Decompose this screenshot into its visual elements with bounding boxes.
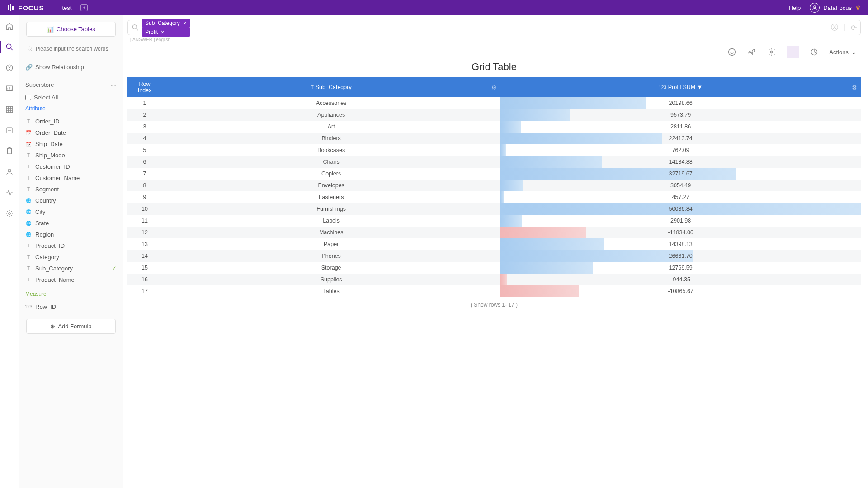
attr-product_id[interactable]: TProduct_ID xyxy=(24,240,118,251)
attr-order_id[interactable]: TOrder_ID xyxy=(24,116,118,127)
table-row[interactable]: 5Bookcases762.09 xyxy=(127,144,861,156)
table-row[interactable]: 8Envelopes3054.49 xyxy=(127,180,861,191)
module-icon[interactable] xyxy=(5,126,14,135)
chevron-down-icon: ⌄ xyxy=(851,49,856,56)
attr-customer_name[interactable]: TCustomer_Name xyxy=(24,172,118,184)
col-row-index[interactable]: Row Index xyxy=(127,77,162,97)
dashboard-icon[interactable] xyxy=(5,84,14,93)
table-row[interactable]: 17Tables-10865.67 xyxy=(127,285,861,297)
choose-tables-button[interactable]: 📊 Choose Tables xyxy=(26,22,116,37)
svg-point-12 xyxy=(8,169,11,172)
attr-order_date[interactable]: 📅Order_Date xyxy=(24,127,118,138)
cell-index: 7 xyxy=(127,168,162,180)
question-icon[interactable] xyxy=(5,63,14,72)
svg-point-17 xyxy=(771,51,773,53)
add-formula-button[interactable]: ⊕ Add Formula xyxy=(26,319,116,334)
user-icon[interactable] xyxy=(5,167,14,176)
table-row[interactable]: 10Furnishings50036.84 xyxy=(127,203,861,215)
datasource-header[interactable]: Superstore ︿ xyxy=(24,78,118,91)
crown-icon: ♛ xyxy=(855,5,861,11)
attr-category[interactable]: TCategory xyxy=(24,251,118,263)
table-row[interactable]: 1Accessories20198.66 xyxy=(127,97,861,109)
help-link[interactable]: Help xyxy=(788,5,801,11)
select-all-checkbox[interactable] xyxy=(25,95,31,100)
grid-view-icon[interactable] xyxy=(787,46,799,58)
settings-icon[interactable] xyxy=(767,47,777,57)
attr-ship_date[interactable]: 📅Ship_Date xyxy=(24,138,118,150)
main-area: Sub_Category✕Profit✕ ⓧ | ⟳ [ ANSWER ] en… xyxy=(123,15,868,488)
user-badge[interactable]: DataFocus ♛ xyxy=(810,3,861,13)
select-all-row[interactable]: Select All xyxy=(24,91,118,104)
cell-value: 32719.67 xyxy=(500,168,861,180)
query-bar[interactable]: Sub_Category✕Profit✕ ⓧ | ⟳ xyxy=(127,20,861,35)
show-relationship-toggle[interactable]: 🔗 Show Relationship xyxy=(24,61,118,73)
col-subcategory[interactable]: TSub_Category⚙ xyxy=(162,77,500,97)
table-row[interactable]: 14Phones26661.70 xyxy=(127,250,861,262)
table-row[interactable]: 3Art2811.86 xyxy=(127,121,861,133)
svg-point-3 xyxy=(814,6,816,8)
clipboard-icon[interactable] xyxy=(5,147,14,156)
remove-pill-icon[interactable]: ✕ xyxy=(160,29,165,35)
table-row[interactable]: 4Binders22413.74 xyxy=(127,133,861,144)
measure-section-label: Measure xyxy=(24,289,118,299)
table-row[interactable]: 11Labels2901.98 xyxy=(127,215,861,227)
query-pill-sub_category[interactable]: Sub_Category✕ xyxy=(142,19,190,28)
cell-index: 16 xyxy=(127,274,162,285)
actions-dropdown[interactable]: Actions ⌄ xyxy=(829,49,856,56)
logo-icon xyxy=(7,4,15,12)
attr-ship_mode[interactable]: TShip_Mode xyxy=(24,150,118,161)
cell-index: 8 xyxy=(127,180,162,191)
table-row[interactable]: 7Copiers32719.67 xyxy=(127,168,861,180)
remove-pill-icon[interactable]: ✕ xyxy=(183,20,187,26)
table-row[interactable]: 16Supplies-944.35 xyxy=(127,274,861,285)
column-gear-icon[interactable]: ⚙ xyxy=(491,84,497,91)
attr-product_name[interactable]: TProduct_Name xyxy=(24,274,118,285)
field-search[interactable] xyxy=(24,43,118,55)
cell-value: 50036.84 xyxy=(500,203,861,215)
gear-icon[interactable] xyxy=(5,209,14,218)
grid-icon[interactable] xyxy=(5,105,14,114)
chart-type-icon[interactable] xyxy=(809,47,819,57)
add-tab-button[interactable]: ＋ xyxy=(80,4,88,11)
grid-table-wrap: Row Index TSub_Category⚙ 123Profit SUM ▼… xyxy=(127,77,861,488)
cell-value: 26661.70 xyxy=(500,250,861,262)
attr-sub_category[interactable]: TSub_Category✓ xyxy=(24,263,118,274)
activity-icon[interactable] xyxy=(5,188,14,197)
clear-query-icon[interactable]: ⓧ xyxy=(831,23,838,33)
cell-value: 457.27 xyxy=(500,191,861,203)
cell-value: 14134.88 xyxy=(500,156,861,168)
cell-category: Bookcases xyxy=(162,144,500,156)
cell-value: 12769.59 xyxy=(500,262,861,274)
table-row[interactable]: 13Paper14398.13 xyxy=(127,238,861,250)
attr-country[interactable]: 🌐Country xyxy=(24,195,118,206)
home-icon[interactable] xyxy=(5,22,14,31)
search-icon[interactable] xyxy=(5,43,14,52)
cell-value: -11834.06 xyxy=(500,227,861,238)
measure-row_id[interactable]: 123Row_ID xyxy=(24,301,118,313)
refresh-icon[interactable]: ⟳ xyxy=(851,24,857,32)
attr-state[interactable]: 🌐State xyxy=(24,218,118,229)
table-row[interactable]: 6Chairs14134.88 xyxy=(127,156,861,168)
table-row[interactable]: 15Storage12769.59 xyxy=(127,262,861,274)
view-toolbar: Actions ⌄ xyxy=(127,44,861,61)
attr-region[interactable]: 🌐Region xyxy=(24,229,118,240)
attr-city[interactable]: 🌐City xyxy=(24,206,118,218)
table-row[interactable]: 9Fasteners457.27 xyxy=(127,191,861,203)
cell-index: 2 xyxy=(127,109,162,121)
column-gear-icon[interactable]: ⚙ xyxy=(852,84,857,91)
col-profit-sum[interactable]: 123Profit SUM ▼⚙ xyxy=(500,77,861,97)
tab-test[interactable]: test xyxy=(62,5,72,11)
cell-category: Binders xyxy=(162,133,500,144)
cell-category: Machines xyxy=(162,227,500,238)
table-row[interactable]: 12Machines-11834.06 xyxy=(127,227,861,238)
query-pills: Sub_Category✕Profit✕ xyxy=(142,19,190,37)
attr-segment[interactable]: TSegment xyxy=(24,184,118,195)
attr-customer_id[interactable]: TCustomer_ID xyxy=(24,161,118,172)
chat-icon[interactable] xyxy=(727,47,737,57)
table-row[interactable]: 2Appliances9573.79 xyxy=(127,109,861,121)
cell-value: 22413.74 xyxy=(500,133,861,144)
field-search-input[interactable] xyxy=(36,46,115,52)
pin-icon[interactable] xyxy=(747,47,757,57)
cell-category: Phones xyxy=(162,250,500,262)
cell-index: 13 xyxy=(127,238,162,250)
